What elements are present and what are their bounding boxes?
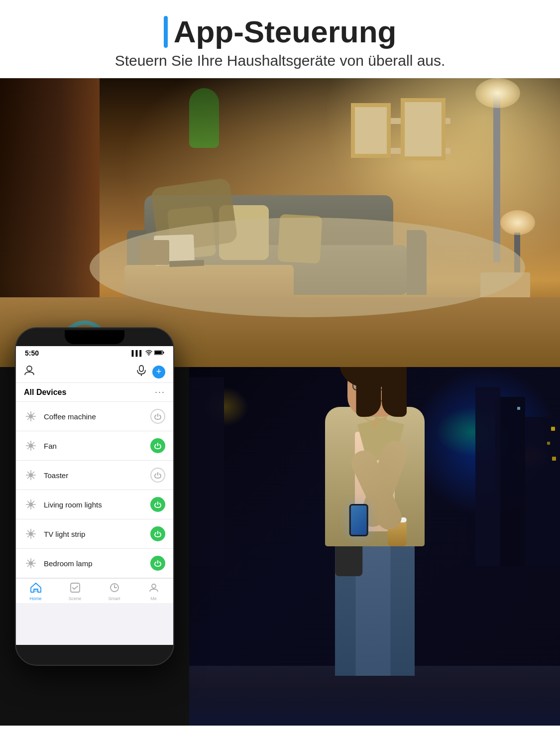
status-icons: ▌▌▌ bbox=[132, 350, 164, 357]
user-icon[interactable] bbox=[24, 365, 35, 378]
svg-point-5 bbox=[27, 366, 32, 371]
hair-side-left bbox=[356, 367, 381, 417]
add-device-button[interactable]: + bbox=[152, 366, 165, 378]
frame-1 bbox=[351, 103, 391, 158]
devices-header: All Devices ··· bbox=[16, 383, 173, 402]
page-header: App-Steuerung Steuern Sie Ihre Haushalts… bbox=[0, 0, 560, 78]
building-light-4 bbox=[517, 407, 520, 410]
nav-label-home: Home bbox=[29, 596, 41, 601]
device-list: Coffee machine bbox=[16, 402, 173, 578]
building-light-1 bbox=[551, 427, 555, 431]
nav-item-home[interactable]: Home bbox=[16, 583, 55, 601]
power-button-bedroom-lamp[interactable] bbox=[150, 556, 165, 571]
device-icon-coffee-machine bbox=[24, 409, 38, 423]
svg-rect-3 bbox=[163, 352, 164, 354]
nav-label-me: Me bbox=[150, 596, 157, 601]
app-header: + bbox=[16, 360, 173, 383]
bag bbox=[335, 541, 362, 576]
svg-point-1 bbox=[148, 355, 149, 356]
power-button-fan[interactable] bbox=[150, 438, 165, 453]
floor-lamp-pole bbox=[493, 93, 500, 262]
device-name-living-room-lights: Living room lights bbox=[44, 500, 150, 509]
woman-photo bbox=[189, 367, 560, 726]
device-item-tv-light-strip[interactable]: TV light strip bbox=[16, 519, 173, 549]
nav-item-me[interactable]: Me bbox=[134, 583, 173, 601]
device-item-bedroom-lamp[interactable]: Bedroom lamp bbox=[16, 549, 173, 578]
power-button-toaster[interactable] bbox=[150, 468, 165, 483]
tripod-lamp-shade bbox=[500, 210, 535, 235]
phone-mockup: 5:50 ▌▌▌ bbox=[15, 327, 174, 666]
phone-screen-glow bbox=[350, 505, 366, 535]
plant bbox=[189, 88, 219, 148]
phone-in-hand bbox=[349, 504, 368, 536]
svg-point-41 bbox=[152, 584, 156, 588]
rug bbox=[90, 218, 525, 317]
bottom-navigation: Home Scene bbox=[16, 578, 173, 603]
necklace-pendant bbox=[372, 423, 377, 428]
device-name-fan: Fan bbox=[44, 442, 150, 450]
notch-cutout bbox=[65, 330, 124, 344]
blue-accent-bar bbox=[164, 16, 168, 48]
nav-label-smart: Smart bbox=[108, 596, 120, 601]
device-icon-bedroom-lamp bbox=[24, 556, 38, 570]
device-name-bedroom-lamp: Bedroom lamp bbox=[44, 559, 150, 568]
device-item-living-room-lights[interactable]: Living room lights bbox=[16, 490, 173, 519]
phone-area: 5:50 ▌▌▌ bbox=[0, 367, 189, 726]
frame-2 bbox=[401, 98, 446, 160]
wifi-status-icon bbox=[145, 350, 152, 357]
device-icon-living-room-lights bbox=[24, 498, 38, 511]
title-text: App-Steuerung bbox=[174, 14, 397, 49]
building-1 bbox=[520, 417, 560, 566]
svg-rect-39 bbox=[71, 583, 80, 592]
nav-item-scene[interactable]: Scene bbox=[55, 583, 95, 601]
bottom-section: 5:50 ▌▌▌ bbox=[0, 367, 560, 726]
phone-notch bbox=[16, 328, 173, 346]
device-icon-tv-light-strip bbox=[24, 527, 38, 541]
floor-lamp-shade bbox=[475, 78, 520, 108]
svg-rect-4 bbox=[155, 351, 162, 354]
power-button-coffee-machine[interactable] bbox=[150, 409, 165, 424]
home-icon bbox=[30, 583, 41, 595]
device-name-toaster: Toaster bbox=[44, 471, 150, 480]
phone-screen: 5:50 ▌▌▌ bbox=[16, 346, 173, 645]
status-bar: 5:50 ▌▌▌ bbox=[16, 346, 173, 360]
me-icon bbox=[149, 583, 159, 595]
devices-menu-dots[interactable]: ··· bbox=[155, 387, 165, 397]
building-light-3 bbox=[552, 457, 556, 461]
svg-rect-6 bbox=[139, 366, 143, 372]
room-photo bbox=[0, 78, 560, 367]
power-button-living-room-lights[interactable] bbox=[150, 497, 165, 512]
device-icon-toaster bbox=[24, 468, 38, 482]
nav-label-scene: Scene bbox=[69, 596, 82, 601]
device-name-coffee-machine: Coffee machine bbox=[44, 412, 150, 421]
main-title: App-Steuerung bbox=[10, 14, 550, 49]
mic-button[interactable] bbox=[136, 365, 146, 378]
power-button-tv-light-strip[interactable] bbox=[150, 526, 165, 541]
device-icon-fan bbox=[24, 439, 38, 453]
building-3 bbox=[475, 387, 500, 566]
scene-icon bbox=[70, 583, 80, 595]
battery-icon bbox=[154, 350, 164, 357]
devices-title: All Devices bbox=[24, 388, 66, 397]
device-item-toaster[interactable]: Toaster bbox=[16, 461, 173, 490]
hair-side-right bbox=[382, 367, 407, 417]
device-item-coffee-machine[interactable]: Coffee machine bbox=[16, 402, 173, 431]
building-light-2 bbox=[547, 442, 550, 445]
app-header-right: + bbox=[136, 365, 165, 378]
status-time: 5:50 bbox=[25, 349, 39, 357]
nav-item-smart[interactable]: Smart bbox=[95, 583, 134, 601]
ground-reflection bbox=[189, 686, 560, 726]
smart-icon bbox=[110, 583, 119, 595]
subtitle-text: Steuern Sie Ihre Haushaltsgeräte von übe… bbox=[10, 52, 550, 69]
building-4 bbox=[189, 377, 224, 566]
device-item-fan[interactable]: Fan bbox=[16, 431, 173, 461]
svg-rect-38 bbox=[34, 589, 38, 592]
device-name-tv-light-strip: TV light strip bbox=[44, 530, 150, 538]
signal-icon: ▌▌▌ bbox=[132, 350, 143, 356]
